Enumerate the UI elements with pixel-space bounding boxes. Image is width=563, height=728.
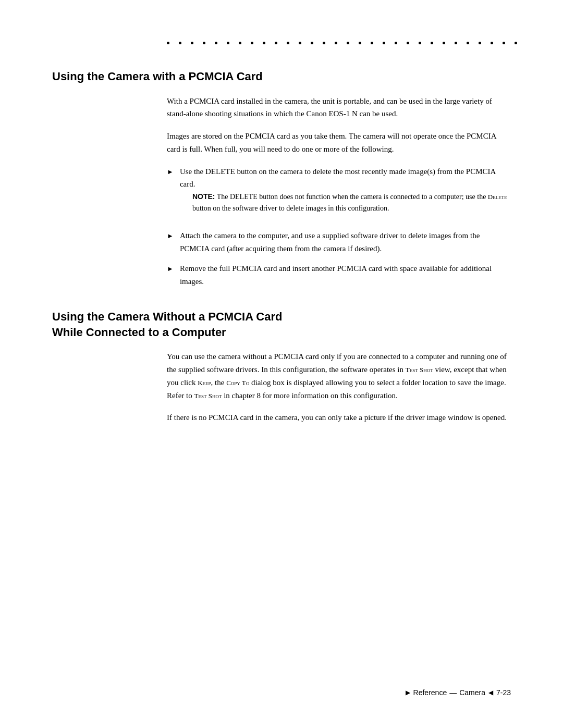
bullet-item-2: ► Attach the camera to the computer, and… — [167, 229, 511, 255]
dot — [323, 42, 325, 44]
note-block: NOTE: The DELETE button does not functio… — [192, 191, 511, 215]
section2-title: Using the Camera Without a PCMCIA Card W… — [52, 309, 511, 340]
dot — [203, 42, 205, 44]
section2-content: You can use the camera without a PCMCIA … — [52, 350, 511, 424]
footer-reference: Reference — [413, 688, 447, 697]
bullet-text-2: Attach the camera to the computer, and u… — [180, 229, 511, 255]
footer-arrow-left-icon: ◀ — [488, 689, 493, 696]
dot — [407, 42, 409, 44]
section1-paragraph2: Images are stored on the PCMCIA card as … — [167, 130, 511, 156]
dot — [383, 42, 385, 44]
bullet-item-1: ► Use the DELETE button on the camera to… — [167, 165, 511, 222]
section1-paragraph1: With a PCMCIA card installed in the came… — [167, 95, 511, 121]
footer-arrow-right-icon: ▶ — [406, 689, 410, 696]
dot — [515, 42, 517, 44]
bullet-list-1: ► Use the DELETE button on the camera to… — [167, 165, 511, 288]
section-pcmcia-without-card: Using the Camera Without a PCMCIA Card W… — [52, 309, 511, 424]
footer-camera: Camera — [459, 688, 485, 697]
dot — [479, 42, 481, 44]
dot — [395, 42, 397, 44]
section-pcmcia-with-card: Using the Camera with a PCMCIA Card With… — [52, 69, 511, 288]
dot — [359, 42, 361, 44]
dot — [251, 42, 253, 44]
dot — [287, 42, 289, 44]
footer: ▶ Reference — Camera ◀ 7-23 — [406, 688, 511, 697]
note-label: NOTE: — [192, 192, 215, 201]
dot — [455, 42, 457, 44]
section2-p1-part3: , the — [211, 378, 227, 387]
dot — [227, 42, 229, 44]
bullet-arrow-1: ► — [167, 166, 174, 177]
section2-test-shot2: Test Shot — [194, 392, 222, 400]
section2-title-line2: While Connected to a Computer — [52, 326, 226, 339]
dot — [299, 42, 301, 44]
dot — [503, 42, 505, 44]
section2-title-line1: Using the Camera Without a PCMCIA Card — [52, 310, 282, 323]
bullet-text-3: Remove the full PCMCIA card and insert a… — [180, 262, 511, 288]
dot — [419, 42, 421, 44]
dots-row — [52, 42, 511, 44]
footer-page-number: 7-23 — [496, 688, 511, 697]
dot — [179, 42, 181, 44]
dot — [311, 42, 313, 44]
section2-paragraph1: You can use the camera without a PCMCIA … — [167, 350, 511, 402]
dot — [443, 42, 445, 44]
bullet-arrow-3: ► — [167, 263, 174, 274]
dot — [467, 42, 469, 44]
page: Using the Camera with a PCMCIA Card With… — [0, 0, 563, 728]
dot — [239, 42, 241, 44]
section2-paragraph2: If there is no PCMCIA card in the camera… — [167, 411, 511, 424]
section1-title: Using the Camera with a PCMCIA Card — [52, 69, 511, 84]
bullet-text-1: Use the DELETE button on the camera to d… — [180, 165, 511, 222]
bullet-item-3: ► Remove the full PCMCIA card and insert… — [167, 262, 511, 288]
dot — [275, 42, 277, 44]
note-delete-smallcaps: Delete — [488, 193, 507, 201]
dot — [491, 42, 493, 44]
dot — [431, 42, 433, 44]
section2-keep: Keep — [198, 379, 211, 387]
bullet1-text: Use the DELETE button on the camera to d… — [180, 167, 496, 189]
dot — [215, 42, 217, 44]
note-text1: The DELETE button does not function when… — [215, 193, 487, 201]
dot — [263, 42, 265, 44]
note-text2: button on the software driver to delete … — [192, 204, 389, 212]
section2-p1-part5: in chapter 8 for more information on thi… — [222, 391, 397, 400]
dot — [191, 42, 193, 44]
dot — [347, 42, 349, 44]
dot — [167, 42, 169, 44]
bullet-arrow-2: ► — [167, 230, 174, 241]
section1-content: With a PCMCIA card installed in the came… — [52, 95, 511, 288]
dot — [371, 42, 373, 44]
dot — [335, 42, 337, 44]
footer-dash: — — [449, 688, 457, 697]
section2-test-shot: Test Shot — [406, 366, 433, 374]
section2-copy-to: Copy To — [226, 379, 249, 387]
